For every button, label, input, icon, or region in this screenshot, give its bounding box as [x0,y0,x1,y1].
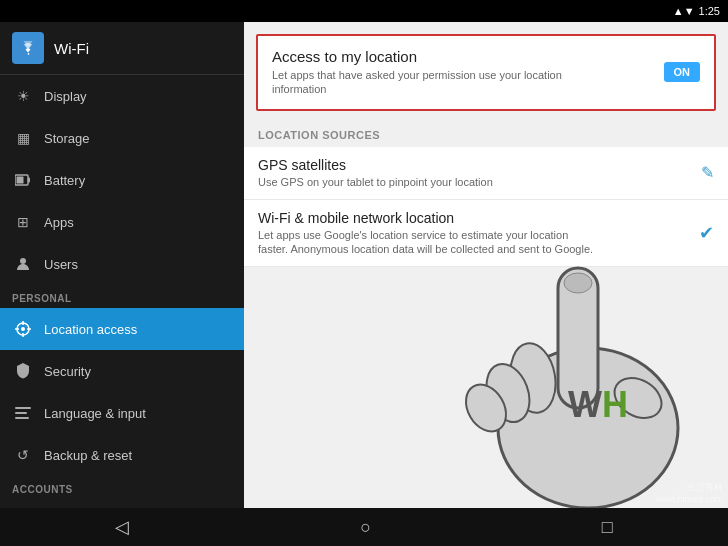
gps-title: GPS satellites [258,157,493,173]
language-icon [12,402,34,424]
sidebar-item-language[interactable]: Language & input [0,392,244,434]
checkmark-icon: ✔ [699,223,714,243]
location-toggle-button[interactable]: ON [664,62,701,82]
sidebar-item-apps-label: Apps [44,215,74,230]
backup-icon: ↺ [12,444,34,466]
gps-description: Use GPS on your tablet to pinpoint your … [258,175,493,189]
sidebar-item-display-label: Display [44,89,87,104]
svg-point-3 [20,258,26,264]
users-icon [12,253,34,275]
bottom-nav-bar: ◁ ○ □ [0,508,728,546]
sidebar-item-security-label: Security [44,364,91,379]
edit-icon: ✎ [701,164,714,181]
svg-point-5 [21,327,25,331]
wifi-network-title: Wi-Fi & mobile network location [258,210,598,226]
storage-icon: ▦ [12,127,34,149]
recent-apps-button[interactable]: □ [602,517,613,538]
svg-rect-1 [28,178,30,183]
wifi-network-source-text: Wi-Fi & mobile network location Let apps… [258,210,598,257]
location-toggle-description: Let apps that have asked your permission… [272,68,592,97]
display-icon: ☀ [12,85,34,107]
sidebar-item-google[interactable]: g Google [0,499,244,508]
svg-rect-10 [15,407,31,409]
sidebar-item-backup[interactable]: ↺ Backup & reset [0,434,244,476]
sidebar-item-language-label: Language & input [44,406,146,421]
time-display: 1:25 [699,5,720,17]
apps-icon: ⊞ [12,211,34,233]
sidebar-item-users[interactable]: Users [0,243,244,285]
personal-section-label: PERSONAL [0,285,244,308]
sidebar-item-location-label: Location access [44,322,137,337]
location-sources-header: LOCATION SOURCES [244,123,728,147]
wifi-icon [12,32,44,64]
cn-watermark: 生活百科 www.bimeiz.com [656,481,723,504]
gps-action: ✎ [701,163,714,182]
back-button[interactable]: ◁ [115,516,129,538]
sidebar-item-users-label: Users [44,257,78,272]
cn-text-1: 生活百科 [656,481,723,494]
cn-text-2: www.bimeiz.com [656,494,723,504]
location-icon [12,318,34,340]
wifi-network-source-item[interactable]: Wi-Fi & mobile network location Let apps… [244,200,728,268]
svg-rect-2 [17,177,24,184]
sidebar-item-storage-label: Storage [44,131,90,146]
location-toggle-card[interactable]: Access to my location Let apps that have… [256,34,716,111]
sidebar: Wi-Fi ☀ Display ▦ Storage Battery ⊞ Apps [0,22,244,508]
sidebar-item-battery[interactable]: Battery [0,159,244,201]
location-toggle-title: Access to my location [272,48,592,65]
sidebar-item-battery-label: Battery [44,173,85,188]
sidebar-item-display[interactable]: ☀ Display [0,75,244,117]
content-area: Access to my location Let apps that have… [244,22,728,508]
security-icon [12,360,34,382]
gps-source-item[interactable]: GPS satellites Use GPS on your tablet to… [244,147,728,200]
wifi-label: Wi-Fi [54,40,89,57]
svg-rect-11 [15,412,27,414]
wifi-network-description: Let apps use Google's location service t… [258,228,598,257]
sidebar-item-storage[interactable]: ▦ Storage [0,117,244,159]
sidebar-item-apps[interactable]: ⊞ Apps [0,201,244,243]
signal-icon: ▲▼ [673,5,695,17]
wifi-network-action: ✔ [699,222,714,244]
gps-source-text: GPS satellites Use GPS on your tablet to… [258,157,493,189]
sidebar-item-location-access[interactable]: Location access [0,308,244,350]
main-layout: Wi-Fi ☀ Display ▦ Storage Battery ⊞ Apps [0,22,728,508]
battery-icon [12,169,34,191]
status-bar: ▲▼ 1:25 [0,0,728,22]
sidebar-item-backup-label: Backup & reset [44,448,132,463]
location-card-text: Access to my location Let apps that have… [272,48,592,97]
wifi-header[interactable]: Wi-Fi [0,22,244,75]
home-button[interactable]: ○ [360,517,371,538]
sidebar-item-security[interactable]: Security [0,350,244,392]
svg-rect-12 [15,417,29,419]
accounts-section-label: ACCOUNTS [0,476,244,499]
